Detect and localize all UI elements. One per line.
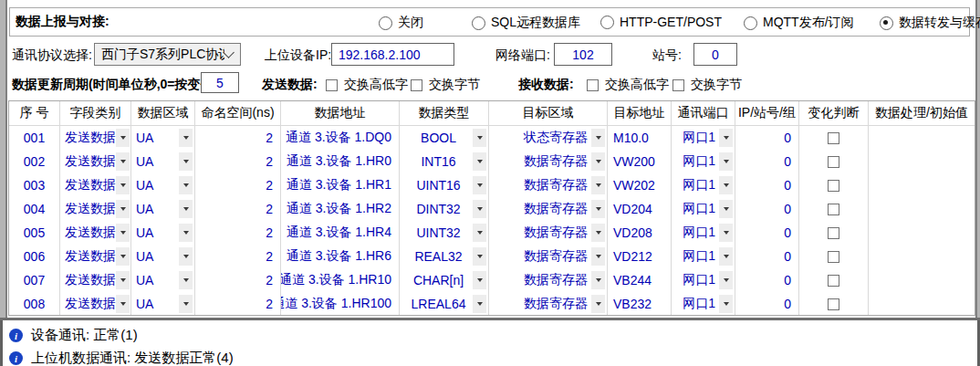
dropdown-arrow-icon[interactable] xyxy=(116,176,130,194)
cell-ip-station-group[interactable]: 0 xyxy=(735,173,799,197)
cell-target-addr[interactable]: VD208 xyxy=(608,221,672,245)
target-area-dropdown[interactable]: 数据寄存器 xyxy=(489,245,608,268)
device-ip-field[interactable]: 192.168.2.100 xyxy=(331,43,454,66)
dropdown-arrow-icon[interactable] xyxy=(719,271,733,289)
dropdown-arrow-icon[interactable] xyxy=(591,247,605,266)
field-type-dropdown[interactable]: 发送数据 xyxy=(60,126,131,150)
change-checkbox[interactable] xyxy=(828,251,839,263)
station-number-field[interactable]: 0 xyxy=(693,43,737,66)
target-area-dropdown[interactable]: 数据寄存器 xyxy=(489,292,608,316)
dropdown-arrow-icon[interactable] xyxy=(179,224,193,242)
field-type-dropdown[interactable]: 发送数据 xyxy=(60,292,131,316)
dropdown-arrow-icon[interactable] xyxy=(473,200,486,218)
cell-ip-station-group[interactable]: 0 xyxy=(735,150,799,173)
cell-address[interactable]: 通道 3.设备 1.HR0 xyxy=(281,150,400,173)
cell-ip-station-group[interactable]: 0 xyxy=(735,126,799,150)
dropdown-arrow-icon[interactable] xyxy=(591,200,605,218)
cell-address[interactable]: 通道 3.设备 1.HR10 xyxy=(281,268,400,292)
cell-process-init[interactable] xyxy=(869,268,975,292)
cell-namespace[interactable]: 2 xyxy=(195,197,281,221)
send-swap-byte-checkbox[interactable]: 交换字节 xyxy=(411,77,480,93)
cell-target-addr[interactable]: VD204 xyxy=(608,197,672,221)
send-swap-word-checkbox[interactable]: 交换高低字 xyxy=(326,77,408,93)
dropdown-arrow-icon[interactable] xyxy=(179,271,193,289)
change-checkbox[interactable] xyxy=(828,275,839,287)
recv-swap-word-checkbox[interactable]: 交换高低字 xyxy=(587,77,669,93)
dropdown-arrow-icon[interactable] xyxy=(116,295,130,313)
data-type-dropdown[interactable]: LREAL64 xyxy=(400,292,489,316)
comm-port-dropdown[interactable]: 网口1 xyxy=(672,245,735,268)
cell-ip-station-group[interactable]: 0 xyxy=(735,221,799,245)
dropdown-arrow-icon[interactable] xyxy=(719,247,733,266)
data-type-dropdown[interactable]: UINT32 xyxy=(400,221,489,245)
cell-address[interactable]: 通道 3.设备 1.HR1 xyxy=(281,173,400,197)
dropdown-arrow-icon[interactable] xyxy=(179,129,193,147)
data-area-dropdown[interactable]: UA xyxy=(131,245,195,268)
field-type-dropdown[interactable]: 发送数据 xyxy=(60,245,131,268)
cell-namespace[interactable]: 2 xyxy=(195,150,281,173)
field-type-dropdown[interactable]: 发送数据 xyxy=(60,197,131,221)
dropdown-arrow-icon[interactable] xyxy=(473,295,486,313)
cell-address[interactable]: 通道 3.设备 1.HR100 xyxy=(281,292,400,316)
target-area-dropdown[interactable]: 数据寄存器 xyxy=(489,150,608,173)
dropdown-arrow-icon[interactable] xyxy=(179,152,193,171)
dropdown-arrow-icon[interactable] xyxy=(719,200,733,218)
cell-ip-station-group[interactable]: 0 xyxy=(735,197,799,221)
dropdown-arrow-icon[interactable] xyxy=(719,176,733,194)
cell-address[interactable]: 通道 3.设备 1.HR6 xyxy=(281,245,400,268)
cell-address[interactable]: 通道 3.设备 1.HR2 xyxy=(281,197,400,221)
cell-target-addr[interactable]: M10.0 xyxy=(608,126,672,150)
comm-port-dropdown[interactable]: 网口1 xyxy=(672,150,735,173)
dropdown-arrow-icon[interactable] xyxy=(179,295,193,313)
cell-namespace[interactable]: 2 xyxy=(195,292,281,316)
data-area-dropdown[interactable]: UA xyxy=(131,197,195,221)
data-type-dropdown[interactable]: BOOL xyxy=(400,126,489,150)
cell-process-init[interactable] xyxy=(869,221,975,245)
cell-namespace[interactable]: 2 xyxy=(195,173,281,197)
field-type-dropdown[interactable]: 发送数据 xyxy=(60,173,131,197)
dropdown-arrow-icon[interactable] xyxy=(719,224,733,242)
cell-process-init[interactable] xyxy=(869,245,975,268)
dropdown-arrow-icon[interactable] xyxy=(473,224,486,242)
recv-swap-byte-checkbox[interactable]: 交换字节 xyxy=(672,77,742,93)
dropdown-arrow-icon[interactable] xyxy=(179,176,193,194)
cell-ip-station-group[interactable]: 0 xyxy=(735,292,799,316)
comm-port-dropdown[interactable]: 网口1 xyxy=(672,292,735,316)
cell-target-addr[interactable]: VB232 xyxy=(608,292,672,316)
field-type-dropdown[interactable]: 发送数据 xyxy=(60,221,131,245)
dropdown-arrow-icon[interactable] xyxy=(116,271,130,289)
dropdown-arrow-icon[interactable] xyxy=(591,224,605,242)
dropdown-arrow-icon[interactable] xyxy=(591,295,605,313)
change-checkbox[interactable] xyxy=(828,180,839,192)
data-area-dropdown[interactable]: UA xyxy=(131,173,195,197)
data-area-dropdown[interactable]: UA xyxy=(131,150,195,173)
radio-http-get-post[interactable]: HTTP-GET/POST xyxy=(600,15,722,29)
target-area-dropdown[interactable]: 数据寄存器 xyxy=(489,221,608,245)
comm-port-dropdown[interactable]: 网口1 xyxy=(672,197,735,221)
cell-target-addr[interactable]: VW202 xyxy=(608,173,672,197)
dropdown-arrow-icon[interactable] xyxy=(719,129,733,147)
cell-address[interactable]: 通道 3.设备 1.DQ0 xyxy=(281,126,400,150)
cell-process-init[interactable] xyxy=(869,292,975,316)
target-area-dropdown[interactable]: 数据寄存器 xyxy=(489,268,608,292)
data-area-dropdown[interactable]: UA xyxy=(131,221,195,245)
data-type-dropdown[interactable]: REAL32 xyxy=(400,245,489,268)
cell-process-init[interactable] xyxy=(869,126,975,150)
change-checkbox[interactable] xyxy=(828,204,839,215)
change-checkbox[interactable] xyxy=(828,132,839,144)
cell-namespace[interactable]: 2 xyxy=(195,221,281,245)
dropdown-arrow-icon[interactable] xyxy=(116,247,130,266)
dropdown-arrow-icon[interactable] xyxy=(116,200,130,218)
cell-process-init[interactable] xyxy=(869,173,975,197)
radio-close[interactable]: 关闭 xyxy=(379,15,423,31)
dropdown-arrow-icon[interactable] xyxy=(473,176,486,194)
comm-port-dropdown[interactable]: 网口1 xyxy=(672,173,735,197)
cell-ip-station-group[interactable]: 0 xyxy=(735,245,799,268)
data-type-dropdown[interactable]: DINT32 xyxy=(400,197,489,221)
comm-port-dropdown[interactable]: 网口1 xyxy=(672,221,735,245)
cell-target-addr[interactable]: VD212 xyxy=(608,245,672,268)
cell-namespace[interactable]: 2 xyxy=(195,245,281,268)
dropdown-arrow-icon[interactable] xyxy=(719,152,733,171)
network-port-field[interactable]: 102 xyxy=(554,43,612,66)
target-area-dropdown[interactable]: 状态寄存器 xyxy=(489,126,608,150)
